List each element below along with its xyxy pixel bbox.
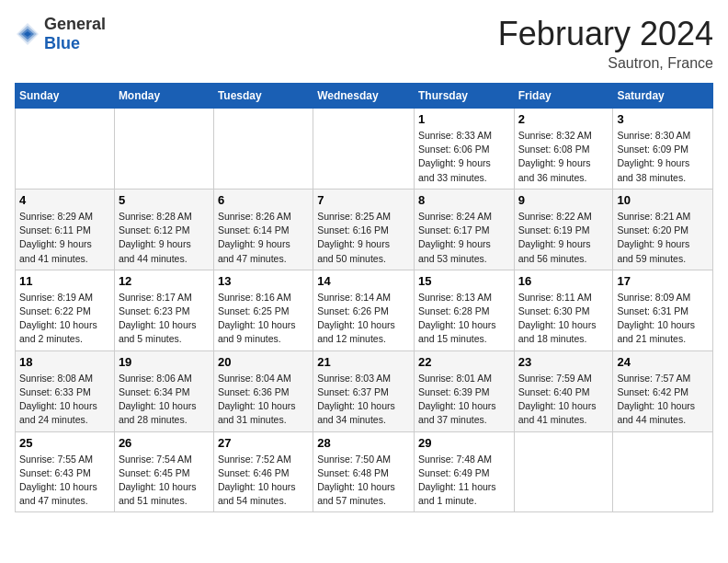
day-number: 22 — [418, 355, 510, 369]
calendar-cell: 9Sunrise: 8:22 AM Sunset: 6:19 PM Daylig… — [514, 189, 613, 270]
weekday-wednesday: Wednesday — [313, 84, 415, 109]
day-number: 12 — [119, 274, 210, 288]
day-info: Sunrise: 8:09 AM Sunset: 6:31 PM Dayligh… — [617, 291, 709, 347]
calendar-cell — [213, 109, 313, 190]
day-info: Sunrise: 8:22 AM Sunset: 6:19 PM Dayligh… — [518, 210, 609, 266]
day-number: 27 — [218, 436, 309, 450]
weekday-saturday: Saturday — [613, 84, 713, 109]
logo-general: General — [44, 15, 106, 33]
calendar-cell: 27Sunrise: 7:52 AM Sunset: 6:46 PM Dayli… — [213, 431, 313, 512]
calendar-row: 11Sunrise: 8:19 AM Sunset: 6:22 PM Dayli… — [16, 270, 713, 350]
day-info: Sunrise: 7:48 AM Sunset: 6:49 PM Dayligh… — [418, 453, 510, 509]
calendar-cell: 25Sunrise: 7:55 AM Sunset: 6:43 PM Dayli… — [16, 431, 115, 512]
calendar-cell: 28Sunrise: 7:50 AM Sunset: 6:48 PM Dayli… — [313, 431, 415, 512]
calendar-table: SundayMondayTuesdayWednesdayThursdayFrid… — [15, 83, 713, 512]
day-number: 19 — [119, 355, 210, 369]
day-info: Sunrise: 8:03 AM Sunset: 6:37 PM Dayligh… — [317, 372, 410, 428]
logo-blue: Blue — [44, 34, 80, 52]
calendar-cell: 18Sunrise: 8:08 AM Sunset: 6:33 PM Dayli… — [16, 350, 115, 431]
month-title: February 2024 — [498, 15, 713, 53]
day-info: Sunrise: 8:11 AM Sunset: 6:30 PM Dayligh… — [518, 291, 609, 347]
day-info: Sunrise: 8:32 AM Sunset: 6:08 PM Dayligh… — [518, 129, 609, 185]
calendar-cell: 14Sunrise: 8:14 AM Sunset: 6:26 PM Dayli… — [313, 270, 415, 350]
day-number: 17 — [617, 274, 709, 288]
calendar-cell: 23Sunrise: 7:59 AM Sunset: 6:40 PM Dayli… — [514, 350, 613, 431]
calendar-cell — [514, 431, 613, 512]
calendar-cell: 19Sunrise: 8:06 AM Sunset: 6:34 PM Dayli… — [114, 350, 213, 431]
day-number: 21 — [317, 355, 410, 369]
calendar-cell: 11Sunrise: 8:19 AM Sunset: 6:22 PM Dayli… — [16, 270, 115, 350]
day-info: Sunrise: 8:14 AM Sunset: 6:26 PM Dayligh… — [317, 291, 410, 347]
day-number: 6 — [218, 193, 309, 207]
day-info: Sunrise: 8:29 AM Sunset: 6:11 PM Dayligh… — [19, 210, 110, 266]
weekday-sunday: Sunday — [16, 84, 115, 109]
day-number: 16 — [518, 274, 609, 288]
day-number: 9 — [518, 193, 609, 207]
day-info: Sunrise: 8:28 AM Sunset: 6:12 PM Dayligh… — [119, 210, 210, 266]
day-info: Sunrise: 7:57 AM Sunset: 6:42 PM Dayligh… — [617, 372, 709, 428]
calendar-cell: 21Sunrise: 8:03 AM Sunset: 6:37 PM Dayli… — [313, 350, 415, 431]
logo-text: General Blue — [44, 15, 106, 53]
day-number: 13 — [218, 274, 309, 288]
day-number: 15 — [418, 274, 510, 288]
day-info: Sunrise: 8:17 AM Sunset: 6:23 PM Dayligh… — [119, 291, 210, 347]
weekday-monday: Monday — [114, 84, 213, 109]
day-info: Sunrise: 7:52 AM Sunset: 6:46 PM Dayligh… — [218, 453, 309, 509]
calendar-cell: 16Sunrise: 8:11 AM Sunset: 6:30 PM Dayli… — [514, 270, 613, 350]
weekday-friday: Friday — [514, 84, 613, 109]
day-number: 14 — [317, 274, 410, 288]
calendar-row: 25Sunrise: 7:55 AM Sunset: 6:43 PM Dayli… — [16, 431, 713, 512]
calendar-cell: 6Sunrise: 8:26 AM Sunset: 6:14 PM Daylig… — [213, 189, 313, 270]
day-info: Sunrise: 8:21 AM Sunset: 6:20 PM Dayligh… — [617, 210, 709, 266]
day-number: 2 — [518, 112, 609, 126]
calendar-cell: 8Sunrise: 8:24 AM Sunset: 6:17 PM Daylig… — [414, 189, 514, 270]
day-info: Sunrise: 7:59 AM Sunset: 6:40 PM Dayligh… — [518, 372, 609, 428]
calendar-cell: 12Sunrise: 8:17 AM Sunset: 6:23 PM Dayli… — [114, 270, 213, 350]
day-number: 1 — [418, 112, 510, 126]
calendar-cell: 3Sunrise: 8:30 AM Sunset: 6:09 PM Daylig… — [613, 109, 713, 190]
calendar-cell: 17Sunrise: 8:09 AM Sunset: 6:31 PM Dayli… — [613, 270, 713, 350]
day-number: 3 — [617, 112, 709, 126]
day-info: Sunrise: 8:08 AM Sunset: 6:33 PM Dayligh… — [19, 372, 110, 428]
calendar-cell: 26Sunrise: 7:54 AM Sunset: 6:45 PM Dayli… — [114, 431, 213, 512]
logo-icon — [15, 21, 40, 47]
day-info: Sunrise: 7:50 AM Sunset: 6:48 PM Dayligh… — [317, 453, 410, 509]
calendar-cell: 13Sunrise: 8:16 AM Sunset: 6:25 PM Dayli… — [213, 270, 313, 350]
calendar-row: 4Sunrise: 8:29 AM Sunset: 6:11 PM Daylig… — [16, 189, 713, 270]
calendar-cell — [613, 431, 713, 512]
calendar-row: 1Sunrise: 8:33 AM Sunset: 6:06 PM Daylig… — [16, 109, 713, 190]
day-number: 23 — [518, 355, 609, 369]
calendar-cell: 10Sunrise: 8:21 AM Sunset: 6:20 PM Dayli… — [613, 189, 713, 270]
day-info: Sunrise: 7:55 AM Sunset: 6:43 PM Dayligh… — [19, 453, 110, 509]
day-info: Sunrise: 8:16 AM Sunset: 6:25 PM Dayligh… — [218, 291, 309, 347]
header: General Blue February 2024 Sautron, Fran… — [15, 15, 713, 72]
calendar-cell — [313, 109, 415, 190]
day-number: 11 — [19, 274, 110, 288]
day-number: 28 — [317, 436, 410, 450]
day-number: 18 — [19, 355, 110, 369]
day-info: Sunrise: 8:04 AM Sunset: 6:36 PM Dayligh… — [218, 372, 309, 428]
day-number: 4 — [19, 193, 110, 207]
day-number: 5 — [119, 193, 210, 207]
weekday-thursday: Thursday — [414, 84, 514, 109]
calendar-cell: 7Sunrise: 8:25 AM Sunset: 6:16 PM Daylig… — [313, 189, 415, 270]
day-number: 24 — [617, 355, 709, 369]
day-number: 20 — [218, 355, 309, 369]
calendar-cell — [16, 109, 115, 190]
day-info: Sunrise: 8:30 AM Sunset: 6:09 PM Dayligh… — [617, 129, 709, 185]
calendar-cell: 2Sunrise: 8:32 AM Sunset: 6:08 PM Daylig… — [514, 109, 613, 190]
calendar-cell: 20Sunrise: 8:04 AM Sunset: 6:36 PM Dayli… — [213, 350, 313, 431]
day-info: Sunrise: 8:25 AM Sunset: 6:16 PM Dayligh… — [317, 210, 410, 266]
calendar-cell: 29Sunrise: 7:48 AM Sunset: 6:49 PM Dayli… — [414, 431, 514, 512]
location-title: Sautron, France — [498, 55, 713, 72]
calendar-row: 18Sunrise: 8:08 AM Sunset: 6:33 PM Dayli… — [16, 350, 713, 431]
day-info: Sunrise: 8:24 AM Sunset: 6:17 PM Dayligh… — [418, 210, 510, 266]
day-info: Sunrise: 8:06 AM Sunset: 6:34 PM Dayligh… — [119, 372, 210, 428]
day-number: 25 — [19, 436, 110, 450]
calendar-cell: 4Sunrise: 8:29 AM Sunset: 6:11 PM Daylig… — [16, 189, 115, 270]
day-number: 29 — [418, 436, 510, 450]
calendar-cell: 15Sunrise: 8:13 AM Sunset: 6:28 PM Dayli… — [414, 270, 514, 350]
day-info: Sunrise: 8:01 AM Sunset: 6:39 PM Dayligh… — [418, 372, 510, 428]
calendar-cell: 22Sunrise: 8:01 AM Sunset: 6:39 PM Dayli… — [414, 350, 514, 431]
day-number: 26 — [119, 436, 210, 450]
